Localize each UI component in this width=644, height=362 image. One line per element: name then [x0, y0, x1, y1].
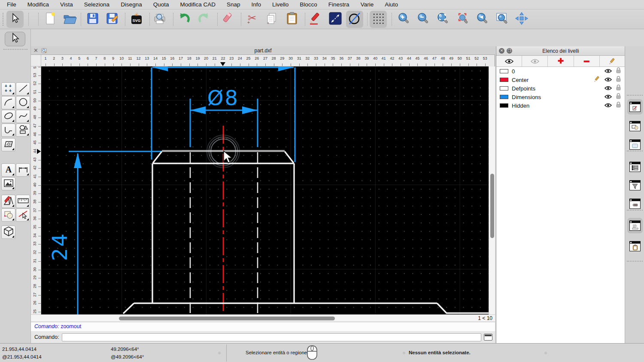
dock-clipboard-window-button[interactable] [627, 238, 643, 254]
palette-circle-tool[interactable] [16, 96, 30, 109]
dock-filter-window-button[interactable] [627, 178, 643, 193]
solid-line-entity[interactable] [285, 151, 294, 163]
layer-row-0[interactable]: 0 [496, 67, 625, 75]
palette-shapes-tool[interactable] [16, 124, 30, 137]
menu-item-aiuto[interactable]: Aiuto [385, 1, 398, 8]
layer-lock-icon[interactable] [616, 84, 621, 92]
palette-hatch-tool[interactable] [1, 138, 15, 151]
drawing-canvas[interactable]: Ø824 [41, 66, 489, 314]
command-options-button[interactable] [484, 334, 492, 341]
open-file-button[interactable] [61, 11, 79, 28]
dock-plot-window-button[interactable] [627, 196, 643, 211]
palette-cube-tool[interactable] [1, 226, 15, 239]
menu-item-modifica[interactable]: Modifica [27, 1, 49, 8]
solid-line-entity[interactable] [123, 303, 134, 314]
remove-layer-button[interactable]: ━ [574, 56, 600, 66]
circle-line-button[interactable] [346, 11, 363, 28]
layer-row-hidden[interactable]: Hidden [496, 101, 625, 110]
distance-button[interactable] [327, 11, 344, 28]
palette-image-tool[interactable] [1, 177, 15, 190]
zoom-in-button[interactable] [395, 11, 412, 28]
palette-text-tool[interactable]: A [1, 163, 15, 177]
save-as-button[interactable] [104, 11, 121, 28]
layer-visibility-eye-icon[interactable] [605, 67, 612, 75]
menu-item-info[interactable]: Info [252, 1, 261, 8]
palette-drag-handle[interactable] [3, 49, 27, 50]
palette-points-tool[interactable]: ++++ [1, 82, 15, 96]
pen-edit-button[interactable] [307, 11, 324, 28]
dock-block-window-button[interactable] [627, 118, 643, 134]
paste-button[interactable] [283, 11, 301, 28]
menu-item-modifica-cad[interactable]: Modifica CAD [180, 1, 216, 8]
palette-blocks-tool[interactable] [1, 208, 15, 222]
horizontal-scrollbar[interactable]: 1 < 10 [31, 314, 495, 322]
zoom-previous-button[interactable] [474, 11, 491, 28]
layer-lock-icon[interactable] [616, 76, 621, 84]
layer-color-swatch[interactable] [500, 86, 508, 90]
zoom-auto-button[interactable] [434, 11, 451, 28]
grid-toggle-button[interactable] [370, 11, 387, 28]
palette-dimension-tool[interactable] [16, 163, 30, 177]
layer-row-center[interactable]: Center [496, 75, 625, 84]
dock-command-window-button[interactable] [627, 218, 643, 233]
vertical-scrollbar[interactable] [489, 66, 495, 314]
palette-spline-tool[interactable] [16, 110, 30, 123]
menu-item-file[interactable]: File [7, 1, 16, 8]
dimension-arrow[interactable] [242, 106, 258, 114]
layer-visibility-eye-icon[interactable] [605, 93, 612, 101]
dimension-arrow[interactable] [278, 66, 294, 71]
palette-line-tool[interactable] [16, 82, 30, 96]
palette-measure-tool[interactable] [16, 195, 30, 208]
copy-button[interactable]: + [263, 11, 280, 28]
dock-view-window-button[interactable] [627, 137, 643, 152]
layer-color-swatch[interactable] [500, 95, 508, 99]
zoom-selection-button[interactable] [454, 11, 471, 28]
svg-export-button[interactable]: SVG [128, 11, 145, 28]
palette-ellipse-tool[interactable] [1, 110, 15, 123]
layer-visibility-eye-icon[interactable] [605, 84, 612, 92]
palette-polyline-tool[interactable] [1, 124, 15, 137]
edit-layer-button[interactable] [600, 56, 625, 66]
vertical-scrollbar-thumb[interactable] [490, 174, 494, 238]
layer-color-swatch[interactable] [500, 69, 508, 73]
dock-layer-window-button[interactable] [627, 99, 643, 115]
palette-snapsel-tool[interactable] [16, 208, 30, 222]
dimension-arrow[interactable] [190, 106, 206, 114]
layer-lock-icon[interactable] [616, 93, 621, 101]
menu-item-snap[interactable]: Snap [227, 1, 240, 8]
save-button[interactable] [84, 11, 101, 28]
layer-row-defpoints[interactable]: Defpoints [496, 84, 625, 93]
menu-item-varie[interactable]: Varie [361, 1, 374, 8]
dimension-text[interactable]: Ø8 [207, 86, 239, 110]
layer-color-swatch[interactable] [500, 103, 508, 108]
zoom-window-button[interactable] [493, 11, 510, 28]
layer-visibility-eye-icon[interactable] [605, 102, 612, 109]
layer-lock-icon[interactable] [616, 67, 621, 75]
palette-select-tool[interactable] [5, 32, 25, 46]
command-input[interactable] [62, 333, 481, 341]
select-tool-button[interactable] [6, 11, 24, 28]
delete-button[interactable] [219, 11, 237, 28]
layer-color-swatch[interactable] [500, 78, 508, 82]
palette-arc-tool[interactable] [1, 96, 15, 109]
print-preview-button[interactable] [151, 11, 168, 28]
menu-item-disegna[interactable]: Disegna [121, 1, 142, 8]
undo-button[interactable] [176, 11, 193, 28]
menu-item-finestra[interactable]: Finestra [328, 1, 349, 8]
dimension-arrow[interactable] [74, 153, 82, 168]
palette-edittools-tool[interactable] [1, 195, 15, 208]
solid-line-entity[interactable] [153, 151, 162, 163]
show-all-layers-button[interactable] [496, 56, 522, 66]
menu-item-quota[interactable]: Quota [153, 1, 169, 8]
add-layer-button[interactable]: ✚ [548, 56, 574, 66]
zoom-out-button[interactable] [414, 11, 431, 28]
solid-line-entity[interactable] [437, 303, 447, 314]
menu-item-vista[interactable]: Vista [60, 1, 73, 8]
layer-row-dimensions[interactable]: Dimensions [496, 93, 625, 101]
dimension-text[interactable]: 24 [48, 232, 72, 261]
cut-button[interactable]: ✂+ [243, 11, 260, 28]
toolbar-drag-handle[interactable] [3, 13, 4, 26]
pan-button[interactable] [513, 11, 530, 28]
menu-item-seleziona[interactable]: Seleziona [84, 1, 109, 8]
dimension-arrow[interactable] [152, 66, 168, 71]
